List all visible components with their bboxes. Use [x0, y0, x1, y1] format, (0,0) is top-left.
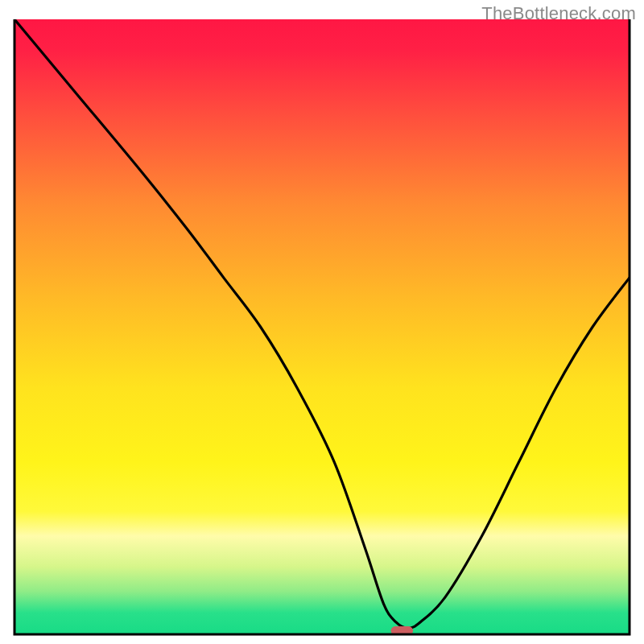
bottleneck-chart-svg — [0, 0, 644, 644]
chart-stage: TheBottleneck.com — [0, 0, 644, 644]
gradient-background — [14, 19, 630, 634]
attribution-text: TheBottleneck.com — [481, 3, 636, 24]
